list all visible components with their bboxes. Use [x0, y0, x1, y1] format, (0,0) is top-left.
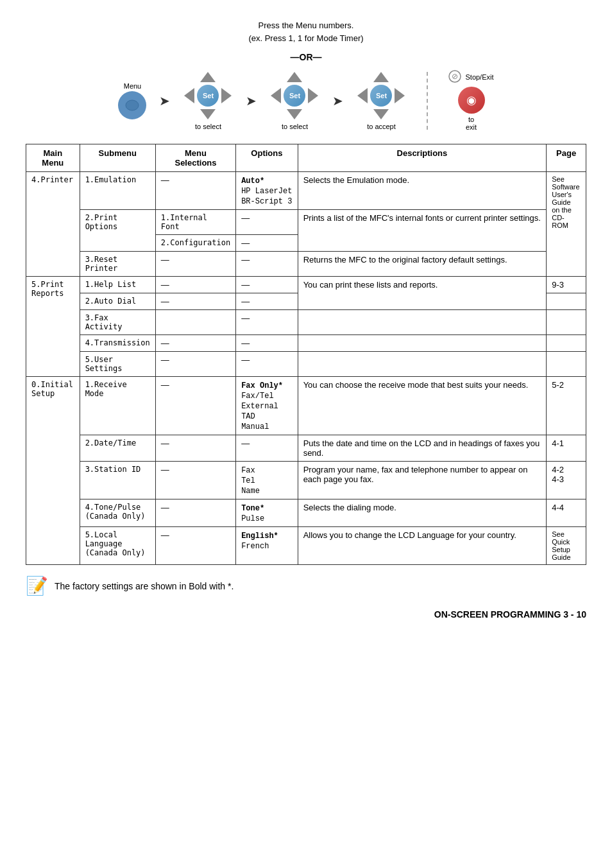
dpad3-set: Set — [370, 85, 392, 107]
arrow2: ➤ — [246, 93, 257, 108]
cell-menu-sel-transmission: — — [155, 335, 235, 352]
cell-submenu-language: 5.LocalLanguage(Canada Only) — [80, 527, 155, 565]
cell-menu-sel-autodial: — — [155, 293, 235, 310]
dpad3-down — [373, 109, 389, 119]
cell-menu-sel-internal-font: 1.InternalFont — [155, 210, 235, 235]
stop-exit-label: Stop/Exit — [465, 73, 493, 81]
dpad3-left — [357, 88, 368, 103]
cell-page-usersettings — [547, 352, 586, 377]
cell-page-autodial — [547, 293, 586, 310]
cell-options-stationid: Fax Tel Name — [236, 462, 298, 499]
dpad3-up — [373, 72, 389, 82]
cell-menu-sel-language: — — [155, 527, 235, 565]
cell-page-receivemode: 5-2 — [547, 377, 586, 435]
cell-options-helplist: — — [236, 277, 298, 293]
stop-icon: ⊘ — [448, 70, 461, 83]
stop-circle-icon: ◉ — [466, 93, 477, 107]
cell-submenu-tonepulse: 4.Tone/Pulse(Canada Only) — [80, 499, 155, 527]
cell-options-internal: — — [236, 210, 298, 235]
dpad1-group: Set to select — [183, 71, 233, 130]
table-row: 3.Station ID — Fax Tel Name Program your… — [26, 462, 586, 499]
dpad1-set: Set — [197, 85, 219, 107]
cell-page-stationid: 4-24-3 — [547, 462, 586, 499]
stop-exit-group: ⊘ Stop/Exit ◉ to exit — [448, 70, 493, 131]
or-divider: —OR— — [291, 52, 322, 62]
cell-desc-tonepulse: Selects the dialing mode. — [298, 499, 547, 527]
cell-submenu-faxactivity: 3.FaxActivity — [80, 310, 155, 335]
cell-options-transmission: — — [236, 335, 298, 352]
cell-menu-sel-configuration: 2.Configuration — [155, 235, 235, 252]
cell-desc-usersettings — [298, 352, 547, 377]
cell-desc-datetime: Puts the date and time on the LCD and in… — [298, 435, 547, 462]
header-options: Options — [236, 144, 298, 172]
cell-desc-emulation: Selects the Emulation mode. — [298, 172, 547, 210]
stop-button: ◉ — [458, 87, 485, 114]
cell-desc-reports: You can print these lists and reports. — [298, 277, 547, 310]
arrow3: ➤ — [332, 93, 343, 108]
dpad2-left — [271, 88, 281, 103]
cell-main-menu-printer: 4.Printer — [26, 172, 80, 277]
header-menu-sel: MenuSelections — [155, 144, 235, 172]
instruction-line2: (ex. Press 1, 1 for Mode Timer) — [248, 32, 363, 45]
diagram-area: Press the Menu numbers. (ex. Press 1, 1 … — [26, 19, 586, 131]
dpad1-down — [200, 109, 216, 119]
dpad3-group: Set to accept — [356, 71, 406, 130]
header-main-menu: Main Menu — [26, 144, 80, 172]
cell-options-receivemode: Fax Only* Fax/Tel External TAD Manual — [236, 377, 298, 435]
footer-text: The factory settings are shown in Bold w… — [55, 581, 234, 591]
cell-page-reports: 9-3 — [547, 277, 586, 293]
cell-options-reset: — — [236, 252, 298, 277]
dpad1-label: to select — [195, 123, 221, 130]
table-row: 0.InitialSetup 1.ReceiveMode — Fax Only*… — [26, 377, 586, 435]
cell-options-autodial: — — [236, 293, 298, 310]
cell-submenu-reset: 3.ResetPrinter — [80, 252, 155, 277]
cell-submenu-emulation: 1.Emulation — [80, 172, 155, 210]
cell-submenu-transmission: 4.Transmission — [80, 335, 155, 352]
table-row: 3.ResetPrinter — — Returns the MFC to th… — [26, 252, 586, 277]
cell-options-faxactivity: — — [236, 310, 298, 335]
cell-options-tonepulse: Tone* Pulse — [236, 499, 298, 527]
dpad1: Set — [183, 71, 233, 121]
table-row: 5.LocalLanguage(Canada Only) — English* … — [26, 527, 586, 565]
cell-options-usersettings: — — [236, 352, 298, 377]
table-row: 5.UserSettings — — — [26, 352, 586, 377]
dpad2-right — [308, 88, 318, 103]
cell-menu-sel-faxactivity — [155, 310, 235, 335]
dpad2-label: to select — [282, 123, 308, 130]
footer-note: 📝 The factory settings are shown in Bold… — [26, 575, 586, 596]
dpad1-left — [184, 88, 194, 103]
page-number: ON-SCREEN PROGRAMMING 3 - 10 — [26, 609, 586, 620]
cell-menu-sel-reset: — — [155, 252, 235, 277]
main-table: Main Menu Submenu MenuSelections Options… — [26, 144, 586, 565]
menu-label: Menu — [124, 82, 142, 90]
cell-page-transmission — [547, 335, 586, 352]
cell-main-menu-reports: 5.PrintReports — [26, 277, 80, 377]
menu-circle — [118, 91, 146, 119]
cell-submenu-print-options: 2.PrintOptions — [80, 210, 155, 252]
stop-exit-icon: ⊘ — [448, 70, 461, 84]
cell-submenu-stationid: 3.Station ID — [80, 462, 155, 499]
cell-menu-sel-receivemode: — — [155, 377, 235, 435]
cell-submenu-helplist: 1.Help List — [80, 277, 155, 293]
cell-desc-print-options: Prints a list of the MFC's internal font… — [298, 210, 547, 252]
cell-menu-sel-tonepulse: — — [155, 499, 235, 527]
table-row: 2.Date/Time — — Puts the date and time o… — [26, 435, 586, 462]
cell-options-datetime: — — [236, 435, 298, 462]
table-row: 2.PrintOptions 1.InternalFont — Prints a… — [26, 210, 586, 235]
cell-submenu-receivemode: 1.ReceiveMode — [80, 377, 155, 435]
dpad3: Set — [356, 71, 406, 121]
dpad3-right — [395, 88, 405, 103]
dpad1-up — [200, 72, 216, 82]
header-page: Page — [547, 144, 586, 172]
cell-main-menu-initial: 0.InitialSetup — [26, 377, 80, 565]
cell-page-datetime: 4-1 — [547, 435, 586, 462]
cell-page-tonepulse: 4-4 — [547, 499, 586, 527]
vertical-divider — [427, 72, 428, 130]
cell-menu-sel-helplist: — — [155, 277, 235, 293]
cell-submenu-autodial: 2.Auto Dial — [80, 293, 155, 310]
dpad2-up — [287, 72, 302, 82]
svg-point-0 — [126, 100, 139, 110]
cell-desc-language: Allows you to change the LCD Language fo… — [298, 527, 547, 565]
cell-options-emulation: Auto* HP LaserJet BR-Script 3 — [236, 172, 298, 210]
cell-menu-sel-stationid: — — [155, 462, 235, 499]
